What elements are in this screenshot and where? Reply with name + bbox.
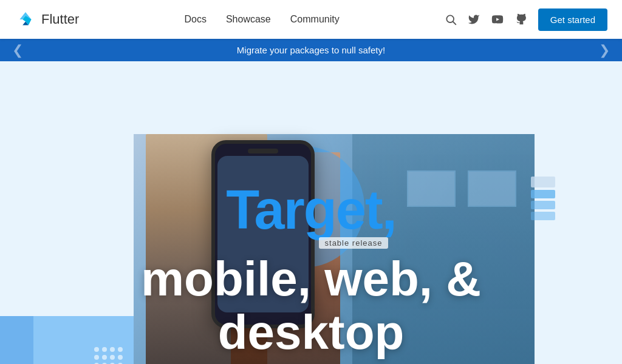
navbar-nav: Docs Showcase Community	[184, 14, 339, 25]
right-rect-decorations	[531, 177, 555, 220]
navbar-brand-area: Flutter	[15, 8, 79, 30]
phone-device	[211, 140, 315, 328]
banner-next-icon[interactable]: ❯	[599, 42, 610, 58]
right-rect-2	[531, 190, 555, 198]
blue-rect-small	[0, 316, 33, 364]
navbar: Flutter Docs Showcase Community	[0, 0, 622, 39]
grid-dot	[94, 355, 99, 360]
flutter-logo-icon	[15, 8, 36, 30]
grid-dot	[110, 347, 115, 352]
phone-notch	[248, 149, 278, 153]
svg-line-4	[453, 22, 456, 25]
announcement-banner: ❮ Migrate your packages to null safety! …	[0, 39, 622, 61]
right-rect-4	[531, 212, 555, 220]
train-background	[352, 134, 535, 364]
right-rect-1	[531, 177, 555, 187]
search-icon[interactable]	[445, 13, 457, 25]
github-icon[interactable]	[515, 13, 527, 25]
banner-prev-icon[interactable]: ❮	[12, 42, 23, 58]
nav-showcase[interactable]: Showcase	[226, 14, 271, 25]
train-window-2	[407, 170, 456, 207]
grid-dot	[110, 355, 115, 360]
phone-outer	[211, 140, 315, 328]
nav-community[interactable]: Community	[290, 14, 340, 25]
get-started-button[interactable]: Get started	[538, 8, 607, 31]
phone-screen	[217, 156, 309, 312]
grid-dot	[118, 347, 123, 352]
grid-dot	[102, 355, 107, 360]
right-rect-3	[531, 201, 555, 209]
grid-decoration	[94, 347, 123, 364]
grid-dot	[94, 347, 99, 352]
youtube-icon[interactable]	[491, 13, 504, 25]
grid-dot	[118, 355, 123, 360]
brand-name: Flutter	[41, 12, 79, 27]
navbar-actions: Get started	[445, 8, 607, 31]
nav-docs[interactable]: Docs	[184, 14, 206, 25]
grid-dot	[102, 347, 107, 352]
train-window-1	[468, 170, 516, 207]
hero-section: Target, stable release mobile, web, & de…	[0, 61, 622, 364]
twitter-icon[interactable]	[468, 13, 480, 25]
banner-text[interactable]: Migrate your packages to null safety!	[237, 45, 385, 55]
